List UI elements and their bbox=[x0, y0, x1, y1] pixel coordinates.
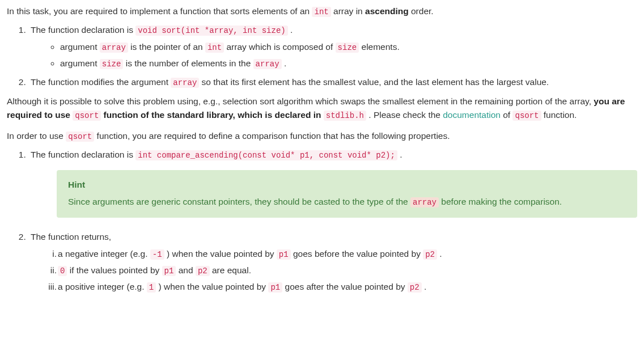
text: so that its first element has the smalle… bbox=[199, 77, 549, 87]
text: Since arguments are generic constant poi… bbox=[68, 197, 410, 206]
inline-code: int bbox=[312, 7, 331, 17]
documentation-link[interactable]: documentation bbox=[443, 110, 501, 120]
text: argument bbox=[60, 58, 100, 68]
text: The function modifies the argument bbox=[31, 77, 171, 87]
compare-intro-paragraph: In order to use qsort function, you are … bbox=[7, 129, 637, 143]
text: a positive integer (e.g. bbox=[58, 282, 147, 291]
text: In this task, you are required to implem… bbox=[7, 6, 312, 16]
text: . Please check the bbox=[366, 110, 443, 120]
inline-code: p2 bbox=[423, 249, 437, 260]
inline-code: 1 bbox=[147, 282, 156, 293]
text: order. bbox=[409, 6, 434, 16]
list-item: The function declaration is void sort(in… bbox=[28, 23, 637, 71]
text: is the pointer of an bbox=[128, 42, 205, 52]
text: argument bbox=[60, 42, 100, 52]
hint-title: Hint bbox=[68, 178, 626, 192]
text: . bbox=[397, 150, 402, 159]
text: . bbox=[437, 249, 442, 259]
text: The function declaration is bbox=[31, 25, 135, 35]
list-item: a positive integer (e.g. 1 ) when the va… bbox=[58, 280, 637, 294]
return-values-list: a negative integer (e.g. -1 ) when the v… bbox=[31, 247, 637, 294]
text: elements. bbox=[359, 42, 400, 52]
text: array which is composed of bbox=[224, 42, 335, 52]
text: is the number of elements in the bbox=[123, 58, 253, 68]
bold-text: ascending bbox=[365, 6, 409, 16]
requirements-list-1: The function declaration is void sort(in… bbox=[7, 23, 637, 90]
inline-code: qsort bbox=[73, 111, 101, 121]
list-item: argument size is the number of elements … bbox=[60, 57, 637, 71]
text: and bbox=[176, 265, 195, 275]
text: goes after the value pointed by bbox=[282, 282, 408, 291]
list-item: 0 if the values pointed by p1 and p2 are… bbox=[58, 264, 637, 278]
inline-code: array bbox=[410, 197, 439, 207]
text: . bbox=[282, 58, 287, 68]
inline-code: -1 bbox=[150, 249, 164, 260]
text: goes before the value pointed by bbox=[291, 249, 423, 259]
sub-list: argument array is the pointer of an int … bbox=[31, 40, 637, 70]
text: Although it is possible to solve this pr… bbox=[7, 96, 594, 106]
text: . bbox=[422, 282, 427, 291]
list-item: argument array is the pointer of an int … bbox=[60, 40, 637, 54]
inline-code: int bbox=[205, 43, 224, 53]
text: if the values pointed by bbox=[67, 265, 162, 275]
text: function. bbox=[541, 110, 577, 120]
inline-code: array bbox=[100, 43, 128, 53]
requirements-list-2: The function declaration is int compare_… bbox=[7, 148, 637, 294]
inline-code: qsort bbox=[66, 132, 94, 142]
inline-code: int compare_ascending(const void* p1, co… bbox=[135, 150, 397, 160]
inline-code: array bbox=[253, 59, 282, 69]
inline-code: size bbox=[336, 43, 359, 53]
text: before making the comparison. bbox=[439, 197, 562, 206]
list-item: The function declaration is int compare_… bbox=[28, 148, 637, 218]
text: . bbox=[288, 25, 293, 35]
inline-code: 0 bbox=[58, 266, 67, 276]
inline-code: p2 bbox=[408, 282, 422, 293]
text: The function returns, bbox=[31, 232, 111, 242]
text: are equal. bbox=[210, 265, 251, 275]
inline-code: p2 bbox=[196, 266, 210, 276]
text: array in bbox=[331, 6, 365, 16]
qsort-paragraph: Although it is possible to solve this pr… bbox=[7, 95, 637, 122]
intro-paragraph: In this task, you are required to implem… bbox=[7, 5, 637, 19]
text: ) when the value pointed by bbox=[164, 249, 277, 259]
hint-box: Hint Since arguments are generic constan… bbox=[57, 170, 637, 218]
text: of bbox=[501, 110, 513, 120]
bold-text: function of the standard library, which … bbox=[101, 110, 323, 120]
inline-code: void sort(int *array, int size) bbox=[135, 26, 287, 36]
hint-body: Since arguments are generic constant poi… bbox=[68, 195, 626, 209]
inline-code: p1 bbox=[268, 282, 282, 293]
inline-code: p1 bbox=[277, 249, 291, 260]
text: function, you are required to define a c… bbox=[94, 131, 450, 141]
inline-code: qsort bbox=[512, 111, 541, 121]
inline-code: array bbox=[171, 78, 199, 88]
inline-code: size bbox=[100, 59, 124, 69]
text: a negative integer (e.g. bbox=[58, 249, 150, 259]
text: ) when the value pointed by bbox=[156, 282, 268, 291]
list-item: The function modifies the argument array… bbox=[28, 75, 637, 90]
list-item: a negative integer (e.g. -1 ) when the v… bbox=[58, 247, 637, 261]
text: In order to use bbox=[7, 131, 66, 141]
inline-code: stdlib.h bbox=[324, 111, 366, 121]
text: The function declaration is bbox=[31, 150, 135, 159]
list-item: The function returns, a negative integer… bbox=[28, 230, 637, 294]
inline-code: p1 bbox=[162, 266, 176, 276]
